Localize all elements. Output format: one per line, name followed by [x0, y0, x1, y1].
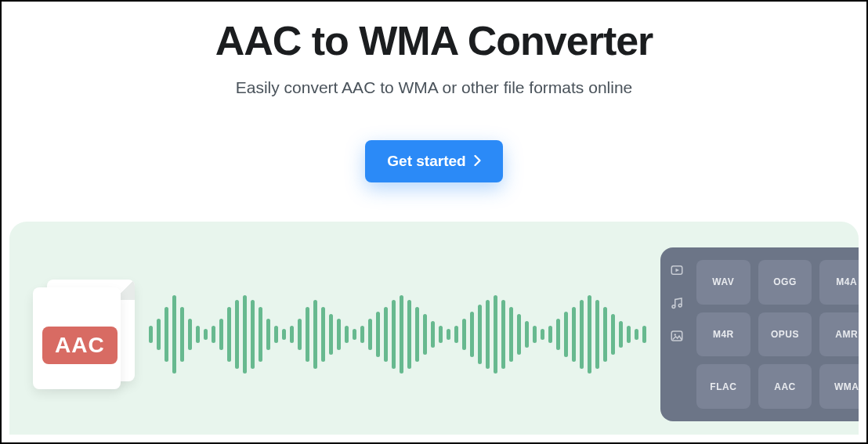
page-subtitle: Easily convert AAC to WMA or other file …: [236, 78, 633, 97]
waveform-bar: [235, 300, 239, 369]
waveform-bar: [298, 319, 302, 350]
waveform-bar: [439, 326, 443, 343]
waveform-bar: [627, 326, 631, 343]
waveform-bar: [172, 295, 176, 374]
waveform-bar: [603, 307, 607, 362]
waveform-bar: [572, 307, 576, 362]
source-file-icon: AAC: [33, 280, 135, 389]
waveform-bar: [345, 326, 349, 343]
format-tile-amr[interactable]: AMR: [819, 312, 859, 357]
format-tile-flac[interactable]: FLAC: [696, 364, 750, 409]
chevron-right-icon: [474, 153, 481, 170]
waveform-bar: [548, 326, 552, 343]
waveform-bar: [619, 321, 623, 348]
waveform-bar: [306, 307, 309, 362]
waveform-bar: [157, 319, 161, 350]
waveform-bar: [360, 326, 364, 343]
image-category-icon: [670, 329, 687, 346]
illustration-banner: AAC WAVOGGM4AM4ROPUSAMRFLACAACWMA: [9, 222, 859, 435]
waveform-bar: [588, 295, 591, 374]
get-started-button[interactable]: Get started: [365, 140, 502, 182]
waveform-bar: [219, 319, 223, 350]
waveform-bar: [431, 321, 435, 348]
format-tile-m4a[interactable]: M4A: [819, 260, 859, 305]
waveform-bar: [313, 300, 317, 369]
waveform-bar: [353, 329, 356, 340]
waveform-bar: [517, 314, 521, 355]
waveform-bar: [415, 307, 419, 362]
waveform-bar: [611, 314, 615, 355]
svg-marker-1: [676, 269, 680, 273]
waveform-bar: [509, 307, 513, 362]
waveform-bar: [165, 307, 168, 362]
waveform-bar: [376, 312, 380, 357]
waveform-bar: [595, 300, 599, 369]
waveform-bar: [204, 329, 208, 340]
source-format-badge: AAC: [42, 327, 118, 364]
waveform-bar: [196, 326, 200, 343]
format-tile-m4r[interactable]: M4R: [696, 312, 750, 357]
waveform-bar: [188, 319, 192, 350]
waveform-bar: [525, 321, 529, 348]
svg-point-2: [672, 305, 675, 309]
waveform-bar: [227, 307, 231, 362]
waveform-bar: [556, 319, 560, 350]
svg-point-5: [675, 334, 676, 335]
format-tile-wav[interactable]: WAV: [696, 260, 750, 305]
waveform-bar: [447, 329, 450, 340]
waveform-bar: [642, 326, 646, 343]
waveform-bar: [407, 300, 411, 369]
waveform-bar: [501, 300, 505, 369]
waveform-bar: [384, 307, 388, 362]
waveform-bar: [635, 329, 638, 340]
waveform-bar: [564, 312, 568, 357]
waveform-bar: [533, 326, 537, 343]
video-category-icon: [670, 263, 687, 280]
waveform-bar: [494, 295, 497, 374]
waveform-icon: [135, 287, 660, 381]
waveform-bar: [282, 329, 286, 340]
waveform-bar: [212, 326, 215, 343]
waveform-bar: [454, 326, 458, 343]
waveform-bar: [149, 326, 153, 343]
waveform-bar: [541, 329, 544, 340]
waveform-bar: [274, 326, 278, 343]
audio-category-icon: [670, 296, 687, 313]
get-started-label: Get started: [387, 153, 465, 170]
format-panel: WAVOGGM4AM4ROPUSAMRFLACAACWMA: [660, 247, 859, 421]
waveform-bar: [290, 326, 294, 343]
waveform-bar: [392, 300, 396, 369]
format-tile-ogg[interactable]: OGG: [758, 260, 812, 305]
waveform-bar: [580, 300, 584, 369]
svg-point-3: [678, 304, 682, 307]
waveform-bar: [329, 314, 333, 355]
waveform-bar: [423, 314, 427, 355]
waveform-bar: [462, 319, 466, 350]
waveform-bar: [470, 312, 474, 357]
format-tile-aac[interactable]: AAC: [758, 364, 812, 409]
waveform-bar: [243, 295, 247, 374]
waveform-bar: [251, 300, 255, 369]
waveform-bar: [368, 319, 372, 350]
waveform-bar: [486, 300, 490, 369]
waveform-bar: [321, 307, 325, 362]
waveform-bar: [400, 295, 403, 374]
format-tile-opus[interactable]: OPUS: [758, 312, 812, 357]
format-tile-wma[interactable]: WMA: [819, 364, 859, 409]
waveform-bar: [266, 319, 270, 350]
waveform-bar: [259, 307, 262, 362]
page-title: AAC to WMA Converter: [215, 17, 653, 64]
waveform-bar: [478, 305, 482, 364]
waveform-bar: [180, 307, 184, 362]
waveform-bar: [337, 319, 341, 350]
